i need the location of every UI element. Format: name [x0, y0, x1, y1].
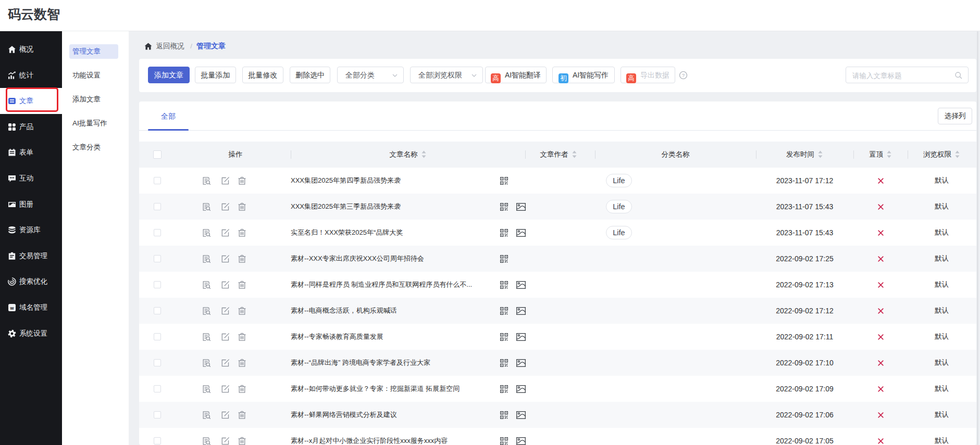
- svg-text:?: ?: [682, 72, 685, 78]
- svg-text:w: w: [9, 305, 14, 310]
